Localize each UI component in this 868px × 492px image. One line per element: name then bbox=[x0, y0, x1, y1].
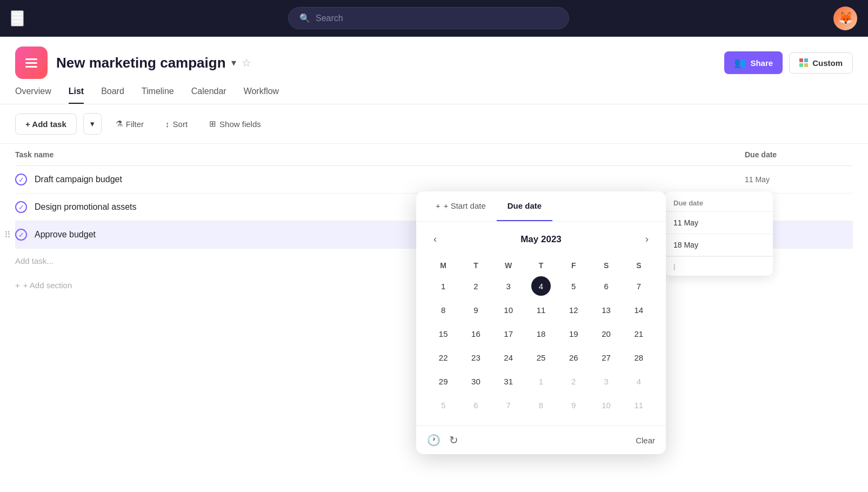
share-icon: 👥 bbox=[734, 57, 746, 69]
due-date-tab[interactable]: Due date bbox=[497, 191, 552, 221]
calendar-day[interactable]: 24 bbox=[492, 345, 525, 369]
weekday-T2: T bbox=[525, 257, 557, 274]
task-checkbox-1[interactable]: ✓ bbox=[15, 174, 27, 185]
calendar-day[interactable]: 20 bbox=[590, 322, 622, 345]
sort-button[interactable]: ↕ Sort bbox=[158, 114, 195, 134]
calendar-day[interactable]: 8 bbox=[525, 393, 557, 417]
calendar-day[interactable]: 10 bbox=[590, 393, 622, 417]
next-month-button[interactable]: › bbox=[639, 230, 655, 248]
calendar-day[interactable]: 12 bbox=[557, 298, 590, 322]
calendar-day[interactable]: 15 bbox=[427, 322, 459, 345]
hamburger-menu[interactable]: ☰ bbox=[11, 10, 24, 26]
calendar-day[interactable]: 10 bbox=[492, 298, 525, 322]
calendar-day[interactable]: 9 bbox=[459, 298, 492, 322]
calendar-day[interactable]: 16 bbox=[459, 322, 492, 345]
calendar-day[interactable]: 5 bbox=[427, 393, 459, 417]
calendar-day[interactable]: 27 bbox=[590, 345, 622, 369]
start-date-tab[interactable]: + + Start date bbox=[425, 191, 497, 221]
add-task-button[interactable]: + Add task bbox=[15, 114, 77, 135]
task-checkbox-2[interactable]: ✓ bbox=[15, 201, 27, 213]
calendar-week-3: 22232425262728 bbox=[427, 345, 655, 369]
customize-button[interactable]: Custom bbox=[789, 52, 853, 74]
clock-icon[interactable]: 🕐 bbox=[427, 434, 440, 447]
project-right: 👥 Share Custom bbox=[724, 51, 853, 74]
table-row[interactable]: ✓ Draft campaign budget 11 May bbox=[15, 166, 853, 194]
search-bar[interactable]: 🔍 Search bbox=[288, 7, 569, 29]
avatar: 🦊 bbox=[833, 6, 857, 30]
calendar-day[interactable]: 6 bbox=[590, 274, 622, 298]
calendar-day[interactable]: 2 bbox=[459, 274, 492, 298]
tab-overview[interactable]: Overview bbox=[15, 87, 51, 104]
calendar-day[interactable]: 7 bbox=[492, 393, 525, 417]
calendar-day[interactable]: 22 bbox=[427, 345, 459, 369]
add-task-dropdown[interactable]: ▾ bbox=[83, 113, 102, 135]
calendar-day[interactable]: 19 bbox=[557, 322, 590, 345]
plus-icon-start: + bbox=[436, 201, 440, 210]
calendar-day[interactable]: 2 bbox=[557, 369, 590, 393]
calendar-day[interactable]: 1 bbox=[427, 274, 459, 298]
calendar-day[interactable]: 28 bbox=[623, 345, 655, 369]
calendar-day[interactable]: 31 bbox=[492, 369, 525, 393]
check-icon-3: ✓ bbox=[18, 231, 24, 239]
svg-rect-1 bbox=[25, 62, 37, 64]
month-navigation: ‹ May 2023 › bbox=[427, 230, 655, 248]
column-due-date: Due date bbox=[745, 150, 853, 159]
grid-icon bbox=[799, 58, 808, 67]
check-icon-2: ✓ bbox=[18, 203, 24, 211]
calendar-day[interactable]: 18 bbox=[525, 322, 557, 345]
search-placeholder: Search bbox=[316, 14, 343, 23]
tab-workflow[interactable]: Workflow bbox=[244, 87, 279, 104]
tab-timeline[interactable]: Timeline bbox=[142, 87, 174, 104]
calendar-day[interactable]: 11 bbox=[525, 298, 557, 322]
calendar-day[interactable]: 1 bbox=[525, 369, 557, 393]
clear-button[interactable]: Clear bbox=[636, 436, 655, 445]
svg-rect-0 bbox=[25, 58, 37, 60]
svg-rect-2 bbox=[25, 66, 37, 68]
calendar-overlay: + + Start date Due date ‹ May 2023 › bbox=[416, 191, 666, 454]
tab-calendar[interactable]: Calendar bbox=[191, 87, 226, 104]
calendar-day[interactable]: 6 bbox=[459, 393, 492, 417]
calendar-day[interactable]: 14 bbox=[623, 298, 655, 322]
calendar-day[interactable]: 23 bbox=[459, 345, 492, 369]
calendar-day[interactable]: 4 bbox=[623, 369, 655, 393]
tab-list[interactable]: List bbox=[69, 87, 84, 104]
calendar-day[interactable]: 25 bbox=[525, 345, 557, 369]
project-dropdown-icon[interactable]: ▾ bbox=[231, 57, 236, 69]
calendar-day[interactable]: 13 bbox=[590, 298, 622, 322]
calendar-day[interactable]: 30 bbox=[459, 369, 492, 393]
calendar-day[interactable]: 3 bbox=[492, 274, 525, 298]
calendar-day[interactable]: 5 bbox=[557, 274, 590, 298]
cursor-blink: | bbox=[673, 262, 675, 270]
weekday-F: F bbox=[557, 257, 590, 274]
due-date-panel-header: Due date bbox=[665, 191, 773, 212]
calendar-day[interactable]: 7 bbox=[623, 274, 655, 298]
calendar-day[interactable]: 26 bbox=[557, 345, 590, 369]
calendar-week-5: 567891011 bbox=[427, 393, 655, 417]
calendar-day[interactable]: 17 bbox=[492, 322, 525, 345]
calendar-day[interactable]: 4 bbox=[525, 274, 557, 298]
calendar-day[interactable]: 8 bbox=[427, 298, 459, 322]
calendar-day[interactable]: 9 bbox=[557, 393, 590, 417]
task-checkbox-3[interactable]: ✓ bbox=[15, 229, 27, 241]
calendar-day[interactable]: 3 bbox=[590, 369, 622, 393]
calendar-day[interactable]: 21 bbox=[623, 322, 655, 345]
favorite-star-icon[interactable]: ☆ bbox=[242, 56, 251, 69]
due-date-item-1[interactable]: 11 May bbox=[665, 212, 773, 234]
due-date-item-2[interactable]: 18 May bbox=[665, 234, 773, 256]
tab-board[interactable]: Board bbox=[101, 87, 124, 104]
fields-icon: ⊞ bbox=[209, 119, 216, 129]
filter-button[interactable]: ⚗ Filter bbox=[108, 114, 151, 134]
prev-month-button[interactable]: ‹ bbox=[427, 230, 443, 248]
calendar-week-0: 1234567 bbox=[427, 274, 655, 298]
toolbar: + Add task ▾ ⚗ Filter ↕ Sort ⊞ Show fiel… bbox=[0, 104, 868, 144]
project-title: New marketing campaign bbox=[56, 55, 226, 71]
repeat-icon[interactable]: ↻ bbox=[449, 434, 458, 447]
calendar-day[interactable]: 11 bbox=[623, 393, 655, 417]
calendar-body: ‹ May 2023 › M T W T F S bbox=[416, 222, 666, 425]
due-date-panel: Due date 11 May 18 May | bbox=[665, 191, 773, 276]
share-button[interactable]: 👥 Share bbox=[724, 51, 783, 74]
show-fields-button[interactable]: ⊞ Show fields bbox=[202, 114, 269, 134]
weekday-S1: S bbox=[590, 257, 622, 274]
calendar-day[interactable]: 29 bbox=[427, 369, 459, 393]
main-area: New marketing campaign ▾ ☆ 👥 Share bbox=[0, 37, 868, 492]
